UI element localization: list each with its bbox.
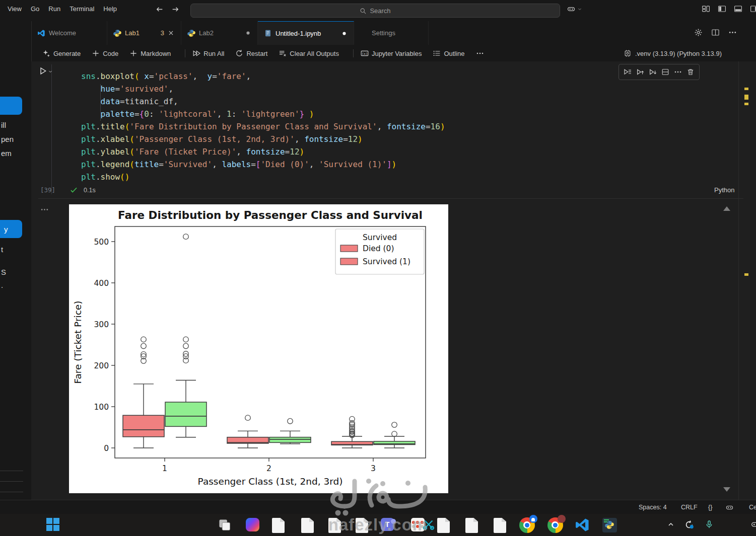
python-terminal-button[interactable] (601, 517, 617, 533)
copilot-icon (726, 504, 733, 511)
document-app-icon[interactable] (465, 518, 478, 533)
restart-button[interactable]: Restart (233, 49, 269, 57)
nav-forward-button[interactable] (171, 5, 180, 14)
svg-text:0: 0 (104, 444, 109, 453)
split-editor-icon[interactable] (711, 28, 720, 37)
trash-glyph[interactable] (686, 68, 695, 76)
code-line: palette={0: 'lightcoral', 1: 'lightgreen… (81, 108, 445, 120)
menu-help[interactable]: Help (99, 3, 121, 15)
dirty-dot-icon[interactable] (341, 30, 348, 37)
delete-cell-icon[interactable] (686, 68, 695, 76)
play-glyph (38, 66, 47, 75)
cell-code-editor[interactable]: sns.boxplot( x='pclass', y='fare', hue='… (81, 70, 445, 183)
outline-button[interactable]: Outline (431, 49, 466, 57)
output-ellipsis-glyph[interactable] (40, 205, 49, 214)
kernel-picker[interactable]: .venv (3.13.9) (Python 3.13.9) (624, 45, 722, 61)
chrome-profile2-button[interactable] (547, 517, 563, 533)
ellipsis-glyph[interactable] (728, 28, 737, 37)
output-options-icon[interactable] (40, 205, 49, 214)
code-button[interactable]: Code (90, 49, 120, 57)
code-line: hue='survived', (81, 83, 445, 95)
tray-mic-button[interactable] (703, 517, 715, 532)
ellipsis-glyph[interactable] (674, 68, 682, 76)
primary-sidebar-glyph[interactable] (718, 5, 726, 13)
tab-settings[interactable]: Settings (354, 21, 429, 45)
menu-go[interactable]: Go (26, 3, 44, 15)
collapse-up-icon[interactable] (723, 206, 730, 211)
run-cell-button[interactable] (38, 66, 53, 75)
tab-lab1[interactable]: Lab13 (107, 21, 181, 45)
run-all-button[interactable]: Run All (190, 49, 226, 57)
document-app-icon[interactable] (272, 518, 285, 533)
sidebar-fragment: pen (1, 135, 14, 143)
menu-view[interactable]: View (3, 3, 26, 15)
vscode-window: ViewGoRunTerminalHelp Search WelcomeLab1… (0, 0, 756, 536)
scissors-overlay[interactable] (422, 517, 435, 532)
close-icon[interactable] (167, 29, 175, 37)
statusbar-ce[interactable]: Ce (749, 500, 756, 514)
markdown-button[interactable]: Markdown (127, 49, 173, 57)
task-view-button[interactable] (217, 517, 233, 533)
gear-icon[interactable] (694, 28, 703, 37)
menu-run[interactable]: Run (44, 3, 65, 15)
document-app-icon[interactable] (494, 518, 506, 533)
sidebar-blue-button-2[interactable]: y (0, 220, 22, 238)
statusbar-copilot[interactable] (726, 500, 733, 514)
toggle-primary-sidebar-icon[interactable] (718, 5, 726, 13)
tray-expand-button[interactable] (665, 517, 677, 532)
microphone-icon (705, 520, 714, 529)
python-icon (187, 29, 195, 37)
document-app-icon[interactable] (301, 518, 314, 533)
ellipsis-icon[interactable] (728, 28, 737, 37)
execute-above-cells-icon[interactable] (636, 68, 644, 76)
run-above-glyph[interactable] (636, 68, 644, 76)
document-app-icon[interactable] (328, 518, 341, 533)
exec-below-glyph[interactable] (624, 68, 632, 76)
clear-all-outputs-button[interactable]: Clear All Outputs (277, 49, 341, 57)
gear-glyph[interactable] (694, 28, 703, 37)
more-actions-icon[interactable] (674, 68, 682, 76)
teams-app-button[interactable]: T (380, 517, 395, 532)
customize-layout-glyph[interactable] (702, 5, 710, 13)
split-glyph[interactable] (711, 28, 720, 37)
command-center-search[interactable]: Search (190, 4, 560, 18)
copilot-button[interactable] (567, 5, 583, 13)
tab-untitled-1-ipynb[interactable]: Untitled-1.ipynb (258, 21, 354, 45)
copilot-app-button[interactable] (245, 517, 260, 532)
generate-button[interactable]: Generate (40, 49, 83, 57)
svg-text:1: 1 (162, 464, 167, 473)
tab-welcome[interactable]: Welcome (31, 21, 107, 45)
sparkle-icon (42, 49, 50, 57)
collapse-down-icon[interactable] (723, 487, 730, 492)
dirty-dot-icon[interactable] (245, 30, 251, 36)
document-app-icon[interactable] (356, 518, 368, 533)
execute-cell-and-below-icon[interactable] (624, 68, 632, 76)
toggle-panel-icon[interactable] (734, 5, 742, 13)
statusbar--[interactable]: {} (708, 500, 712, 514)
run-below-glyph[interactable] (649, 68, 657, 76)
split-cell-glyph[interactable] (661, 68, 669, 76)
tray-sync-button[interactable] (683, 517, 695, 532)
split-cell-icon[interactable] (661, 68, 669, 76)
menu-terminal[interactable]: Terminal (65, 3, 99, 15)
menu-bar: ViewGoRunTerminalHelp (3, 3, 121, 15)
execute-cell-and-below2-icon[interactable] (649, 68, 657, 76)
more-button[interactable] (474, 49, 486, 57)
cell-language-label[interactable]: Python (714, 186, 734, 194)
vscode-app-button[interactable] (574, 517, 590, 533)
jupyter-variables-button[interactable]: (x)Jupyter Variables (359, 49, 424, 57)
overview-ruler-mark (744, 95, 748, 100)
customize-layout-icon[interactable] (702, 5, 710, 13)
chrome-profile1-button[interactable] (519, 517, 535, 533)
panel-glyph[interactable] (734, 5, 742, 13)
statusbar-spaces-4[interactable]: Spaces: 4 (639, 500, 667, 514)
secondary-sidebar-glyph[interactable] (750, 5, 756, 13)
document-app-icon[interactable] (437, 518, 450, 533)
tab-lab2[interactable]: Lab2 (181, 21, 258, 45)
toggle-secondary-sidebar-icon[interactable] (750, 5, 756, 13)
tray-cut-icon[interactable] (749, 517, 756, 532)
start-button[interactable] (45, 517, 60, 532)
statusbar-crlf[interactable]: CRLF (681, 500, 698, 514)
nav-back-button[interactable] (155, 5, 164, 14)
sidebar-blue-button-1[interactable] (0, 97, 22, 115)
